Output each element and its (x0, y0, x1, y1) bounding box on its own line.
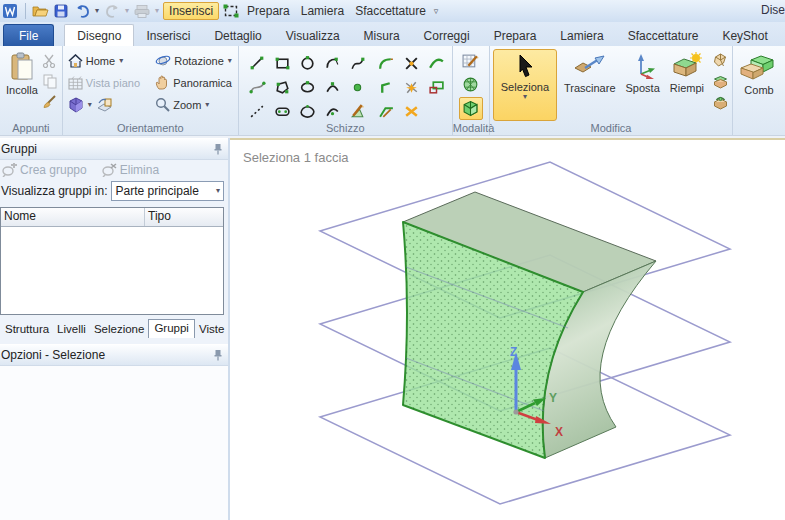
copia-formato-button[interactable] (41, 93, 59, 111)
window-title: Dise (761, 3, 785, 17)
home-dropdown[interactable]: ▾ (118, 57, 124, 65)
sketch-tool-trim[interactable] (399, 51, 424, 75)
sketch-tool-delete[interactable] (399, 99, 424, 123)
qat-inserisci-command[interactable]: Inserisci (163, 2, 219, 20)
sketch-tool-construction-line[interactable] (245, 99, 270, 123)
open-box-button[interactable] (711, 93, 729, 111)
print-dropdown[interactable]: ▾ (154, 7, 160, 15)
tab-misura[interactable]: Misura (352, 25, 412, 46)
redo-dropdown[interactable]: ▾ (124, 7, 130, 15)
tab-gruppi[interactable]: Gruppi (148, 319, 195, 338)
save-button[interactable] (52, 2, 70, 20)
mode-solid-button[interactable] (459, 97, 483, 120)
redo-button[interactable] (103, 2, 121, 20)
zoom-dropdown[interactable]: ▾ (204, 101, 210, 109)
sketch-tool-sketch-edit[interactable] (345, 99, 370, 123)
group-label-schizzo: Schizzo (239, 122, 452, 134)
tab-disegno[interactable]: Disegno (64, 24, 134, 46)
combina-button[interactable]: Comb (736, 49, 782, 121)
tab-correggi[interactable]: Correggi (412, 25, 482, 46)
save-floppy-icon (54, 4, 68, 18)
column-header-tipo[interactable]: Tipo (145, 208, 223, 226)
scene-svg: Z Y X (230, 140, 783, 520)
sketch-tool-line[interactable] (245, 51, 270, 75)
trascinare-button[interactable]: Trascinare (561, 49, 619, 121)
sketch-tool-chamfer[interactable] (374, 99, 399, 123)
tab-visualizza[interactable]: Visualizza (274, 25, 352, 46)
sketch-tool-s-curve[interactable] (345, 51, 370, 75)
create-group-icon (1, 163, 17, 177)
sketch-tool-rectangle[interactable] (270, 51, 295, 75)
axis-label-z: Z (510, 345, 517, 359)
incolla-button[interactable]: Incolla (3, 49, 41, 121)
stack-boxes-button[interactable] (711, 72, 729, 90)
copia-button[interactable] (41, 72, 59, 90)
sketch-tool-circle[interactable] (295, 51, 320, 75)
marquee-select-icon[interactable] (222, 2, 240, 20)
printer-icon (134, 5, 150, 18)
sketch-tool-arc-3pt[interactable] (320, 75, 345, 99)
rotazione-button[interactable]: Rotazione▾ (153, 51, 235, 70)
sketch-tool-slot[interactable] (270, 99, 295, 123)
tab-prepara[interactable]: Prepara (482, 25, 549, 46)
sketch-tool-fillet[interactable] (374, 51, 399, 75)
group-combina: Comb (733, 46, 785, 135)
tab-sfaccettature[interactable]: Sfaccettature (616, 25, 711, 46)
crea-gruppo-button[interactable]: Crea gruppo (1, 163, 87, 177)
sketch-tool-arc-tangent[interactable] (320, 51, 345, 75)
iso-cube-dropdown[interactable]: ▾ (87, 101, 93, 109)
home-view-button[interactable]: Home▾ (66, 51, 149, 70)
toolbar-overflow-dropdown[interactable]: ▿ (433, 7, 440, 16)
elimina-button[interactable]: Elimina (101, 163, 159, 177)
pin-icon[interactable] (213, 143, 223, 155)
app-icon[interactable] (2, 2, 20, 20)
group-modifica: Seleziona ▾ Trascinare Sposta Riem (490, 46, 733, 135)
sketch-tool-corner[interactable] (374, 75, 399, 99)
tab-viste[interactable]: Viste (195, 321, 228, 338)
column-header-nome[interactable]: Nome (1, 208, 145, 226)
menu-prepara[interactable]: Prepara (243, 4, 294, 18)
sketch-tool-tangent-line[interactable] (424, 51, 449, 75)
tab-inserisci[interactable]: Inserisci (134, 25, 202, 46)
sposta-button[interactable]: Sposta (623, 49, 663, 121)
seleziona-dropdown[interactable]: ▾ (522, 93, 528, 101)
solid-corner-button[interactable] (711, 51, 729, 69)
rotazione-dropdown[interactable]: ▾ (227, 57, 233, 65)
tab-struttura[interactable]: Struttura (1, 321, 53, 338)
seleziona-button[interactable]: Seleziona ▾ (493, 49, 557, 121)
print-button[interactable] (133, 2, 151, 20)
iso-cube-button[interactable] (68, 97, 84, 113)
sketch-tool-divide[interactable] (399, 75, 424, 99)
undo-button[interactable] (73, 2, 91, 20)
riempi-button[interactable]: Riempi (667, 49, 707, 121)
menu-lamiera[interactable]: Lamiera (297, 4, 348, 18)
tab-selezione[interactable]: Selezione (90, 321, 149, 338)
sketch-tool-spline[interactable] (245, 75, 270, 99)
vista-piano-button[interactable]: Vista piano (66, 73, 149, 92)
sketch-tool-rounded-polygon[interactable] (295, 99, 320, 123)
sketch-tool-offset-rect[interactable] (424, 75, 449, 99)
tab-livelli[interactable]: Livelli (53, 321, 90, 338)
sketch-tool-polygon[interactable] (270, 75, 295, 99)
mode-facet-button[interactable] (460, 74, 482, 95)
sheet-view-button[interactable] (96, 97, 113, 113)
tab-lamiera[interactable]: Lamiera (548, 25, 615, 46)
viewport-3d[interactable]: Seleziona 1 faccia (230, 138, 785, 520)
mode-sketch-button[interactable] (460, 51, 482, 72)
menu-sfaccettature[interactable]: Sfaccettature (351, 4, 430, 18)
zoom-button[interactable]: Zoom▾ (153, 95, 235, 114)
groups-table: Nome Tipo (0, 207, 224, 315)
pin-icon[interactable] (213, 349, 223, 361)
undo-dropdown[interactable]: ▾ (94, 7, 100, 15)
open-button[interactable] (31, 2, 49, 20)
tab-dettaglio[interactable]: Dettaglio (202, 25, 273, 46)
tab-file[interactable]: File (3, 24, 54, 46)
taglia-button[interactable] (41, 51, 59, 69)
separator (25, 3, 26, 19)
sketch-tool-point[interactable] (345, 75, 370, 99)
group-scope-combobox[interactable]: Parte principale ▾ (111, 181, 224, 201)
sketch-tool-arc-center[interactable] (320, 99, 345, 123)
tab-keyshot[interactable]: KeyShot (710, 25, 779, 46)
panoramica-button[interactable]: Panoramica (153, 73, 235, 92)
sketch-tool-ellipse[interactable] (295, 75, 320, 99)
